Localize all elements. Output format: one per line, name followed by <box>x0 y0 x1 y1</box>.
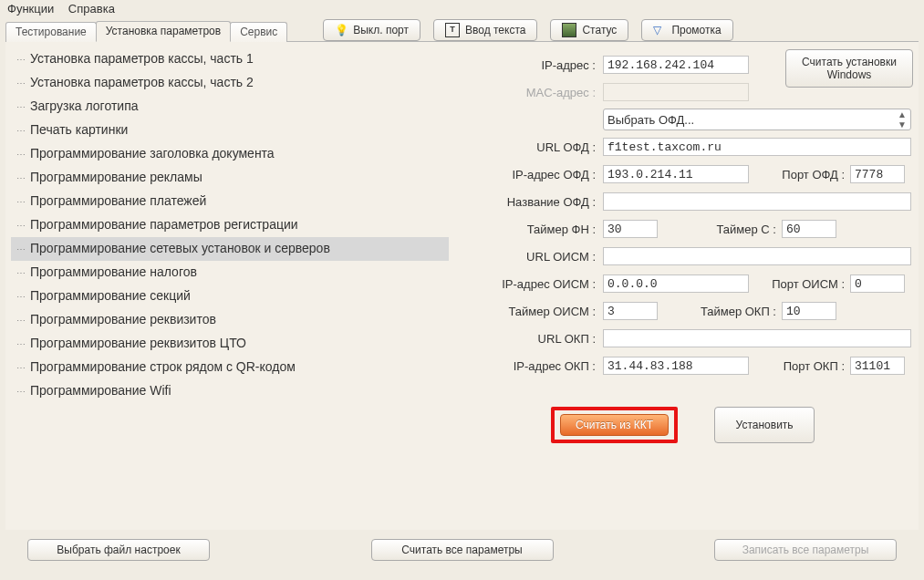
tree-item[interactable]: Программирование платежей <box>11 190 449 213</box>
btn-rewind[interactable]: ▽ Промотка <box>641 19 732 41</box>
btn-text-input[interactable]: T Ввод текста <box>433 19 537 41</box>
field-ip[interactable] <box>603 56 749 74</box>
lbl-oism-url: URL ОИСМ : <box>454 250 603 264</box>
btn-set[interactable]: Установить <box>714 407 815 443</box>
lbl-timer-fn: Таймер ФН : <box>454 223 603 236</box>
bulb-icon: 💡 <box>335 24 348 36</box>
form-pane: Считать установки Windows IP-адрес : MAC… <box>451 42 919 530</box>
field-ofd-port[interactable] <box>850 165 905 183</box>
lbl-oism-timer: Таймер ОИСМ : <box>454 305 603 318</box>
field-timer-c[interactable] <box>782 220 836 238</box>
btn-port-off[interactable]: 💡 Выкл. порт <box>323 19 420 41</box>
btn-port-off-label: Выкл. порт <box>353 24 409 36</box>
tree-item[interactable]: Программирование реквизитов ЦТО <box>11 332 449 356</box>
tree-item[interactable]: Программирование параметров регистрации <box>11 213 449 237</box>
tab-test[interactable]: Тестирование <box>5 22 97 42</box>
tab-params[interactable]: Установка параметров <box>96 21 231 42</box>
select-ofd[interactable]: Выбрать ОФД... ▲▼ <box>603 109 911 130</box>
lbl-okp-timer: Таймер ОКП : <box>658 305 782 318</box>
tree-item[interactable]: Программирование рекламы <box>11 166 449 190</box>
btn-read-all[interactable]: Считать все параметры <box>371 539 554 561</box>
tab-service[interactable]: Сервис <box>230 22 287 42</box>
btn-status[interactable]: Статус <box>550 19 628 41</box>
lbl-ofd-port: Порт ОФД : <box>749 168 850 181</box>
tree-item[interactable]: Установка параметров кассы, часть 2 <box>11 71 449 95</box>
tree-item[interactable]: Установка параметров кассы, часть 1 <box>11 47 449 71</box>
menubar: Функции Справка <box>0 0 924 17</box>
lbl-ofd-name: Название ОФД : <box>454 195 603 209</box>
tree-item[interactable]: Печать картинки <box>11 119 449 142</box>
bottombar: Выбрать файл настроек Считать все параме… <box>0 530 924 561</box>
read-windows-wrap: Считать установки Windows <box>785 49 913 88</box>
field-ofd-name[interactable] <box>603 192 911 211</box>
field-oism-timer[interactable] <box>603 302 658 320</box>
lbl-okp-url: URL ОКП : <box>454 332 603 346</box>
menu-help[interactable]: Справка <box>68 2 115 16</box>
field-ofd-url[interactable] <box>603 138 911 156</box>
btn-status-label: Статус <box>582 24 617 36</box>
tree-item[interactable]: Загрузка логотипа <box>11 95 449 119</box>
btn-text-input-label: Ввод текста <box>465 24 525 36</box>
field-oism-port[interactable] <box>850 274 905 293</box>
btn-read-kkt[interactable]: Считать из ККТ <box>560 414 669 436</box>
lbl-ofd-url: URL ОФД : <box>454 140 603 154</box>
tree-item[interactable]: Программирование секций <box>11 285 449 308</box>
tree-item[interactable]: Программирование Wifi <box>11 379 449 403</box>
action-row: Считать из ККТ Установить <box>454 407 911 443</box>
lbl-timer-c: Таймер С : <box>658 223 782 236</box>
rewind-icon: ▽ <box>653 24 666 36</box>
highlight-read-kkt: Считать из ККТ <box>551 407 678 443</box>
lbl-okp-port: Порт ОКП : <box>749 359 850 373</box>
tree-item[interactable]: Программирование налогов <box>11 261 449 285</box>
btn-read-windows[interactable]: Считать установки Windows <box>785 49 913 88</box>
field-okp-ip[interactable] <box>603 357 749 375</box>
field-okp-port[interactable] <box>850 357 905 375</box>
lbl-ip: IP-адрес : <box>454 58 603 72</box>
tree-item[interactable]: Программирование сетевых установок и сер… <box>11 237 449 261</box>
field-timer-fn[interactable] <box>603 220 658 238</box>
menu-functions[interactable]: Функции <box>7 2 54 16</box>
btn-choose-file[interactable]: Выбрать файл настроек <box>27 539 210 561</box>
field-okp-url[interactable] <box>603 329 911 347</box>
tree-item[interactable]: Программирование строк рядом с QR-кодом <box>11 356 449 379</box>
lbl-mac: MAC-адрес : <box>454 86 603 99</box>
tabs: Тестирование Установка параметров Сервис <box>5 20 286 41</box>
field-oism-url[interactable] <box>603 247 911 265</box>
chevron-updown-icon: ▲▼ <box>898 109 907 129</box>
lbl-ofd-ip: IP-адрес ОФД : <box>454 168 603 181</box>
field-okp-timer[interactable] <box>782 302 836 320</box>
tree-item[interactable]: Программирование реквизитов <box>11 308 449 332</box>
btn-write-all[interactable]: Записать все параметры <box>714 539 897 561</box>
lbl-oism-port: Порт ОИСМ : <box>749 277 850 291</box>
field-ofd-ip[interactable] <box>603 165 749 183</box>
btn-rewind-label: Промотка <box>671 24 721 36</box>
lbl-okp-ip: IP-адрес ОКП : <box>454 359 603 373</box>
status-icon <box>562 23 576 37</box>
tree-item[interactable]: Программирование заголовка документа <box>11 142 449 166</box>
topbar: Тестирование Установка параметров Сервис… <box>0 17 924 41</box>
lbl-oism-ip: IP-адрес ОИСМ : <box>454 277 603 291</box>
toolbar: 💡 Выкл. порт T Ввод текста Статус ▽ Пром… <box>323 19 732 41</box>
field-mac <box>603 83 749 101</box>
tree-pane: Установка параметров кассы, часть 1Устан… <box>5 42 451 530</box>
main: Установка параметров кассы, часть 1Устан… <box>5 41 919 530</box>
text-icon: T <box>445 23 460 37</box>
select-ofd-value: Выбрать ОФД... <box>607 113 694 127</box>
field-oism-ip[interactable] <box>603 274 749 293</box>
